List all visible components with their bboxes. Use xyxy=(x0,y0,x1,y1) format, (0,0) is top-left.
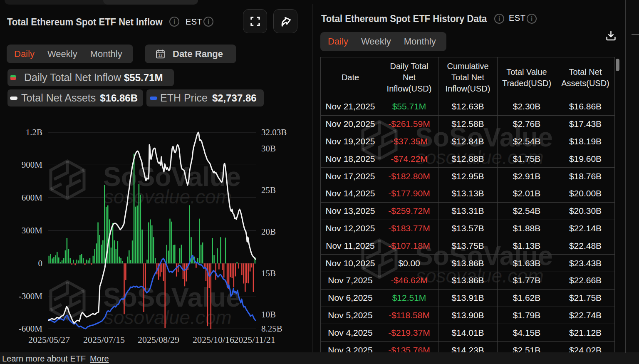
svg-text:0: 0 xyxy=(38,258,43,268)
svg-text:10B: 10B xyxy=(261,310,276,319)
svg-text:20B: 20B xyxy=(261,227,276,237)
svg-text:sosovalue.com: sosovalue.com xyxy=(104,186,232,208)
svg-text:2025/05/27: 2025/05/27 xyxy=(28,334,70,345)
svg-text:sosovalue.com: sosovalue.com xyxy=(104,307,232,328)
svg-text:300M: 300M xyxy=(22,225,43,235)
svg-text:900M: 900M xyxy=(22,160,43,170)
svg-text:1.2B: 1.2B xyxy=(26,127,42,137)
svg-text:-300M: -300M xyxy=(19,291,42,301)
svg-text:25B: 25B xyxy=(261,185,276,195)
svg-text:30B: 30B xyxy=(261,144,276,154)
svg-text:2025/10/16: 2025/10/16 xyxy=(193,334,234,345)
svg-text:2025/11/21: 2025/11/21 xyxy=(234,334,275,345)
svg-text:600M: 600M xyxy=(22,193,43,203)
svg-text:-600M: -600M xyxy=(19,324,42,334)
svg-text:2025/08/29: 2025/08/29 xyxy=(138,334,179,345)
svg-text:8.25B: 8.25B xyxy=(261,324,282,334)
svg-text:2025/07/15: 2025/07/15 xyxy=(83,334,125,345)
svg-text:32.03B: 32.03B xyxy=(261,127,287,137)
svg-text:15B: 15B xyxy=(261,268,276,278)
